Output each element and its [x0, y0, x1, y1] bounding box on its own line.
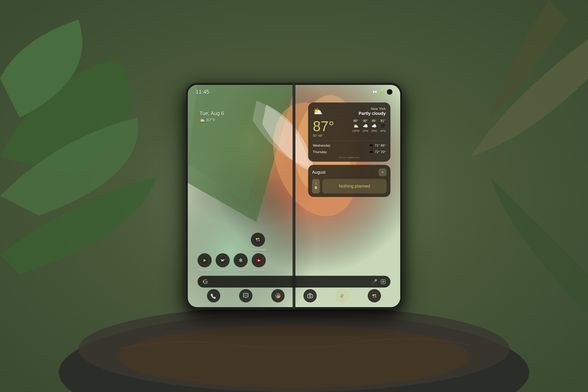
hourly-icon-1: ☁️ [363, 124, 368, 128]
hourly-icon-3: ⛈ [381, 124, 385, 128]
hourly-temp-0: 88° [354, 119, 358, 123]
app-photos[interactable]: Photos [234, 253, 248, 272]
weather-widget[interactable]: ⛅ New York Partly cloudy 87° 90° 68° [308, 102, 390, 162]
calendar-month: August [312, 170, 326, 175]
app-youtube[interactable]: YouTube [252, 253, 266, 272]
youtube-icon[interactable] [252, 253, 266, 267]
weather-icon-large: ⛅ [313, 107, 322, 116]
hourly-icon-2: ☁️ [372, 124, 377, 128]
search-bar[interactable]: 🎤 [198, 276, 390, 288]
weather-divider [313, 141, 386, 141]
lens-search-icon[interactable] [381, 279, 386, 284]
svg-rect-31 [308, 294, 312, 298]
calendar-nothing-planned[interactable]: Nothing planned [322, 179, 386, 194]
weather-location-block: New York Partly cloudy [359, 107, 386, 116]
nothing-planned-text: Nothing planned [339, 184, 370, 189]
hourly-time-3: 3PM [380, 129, 386, 132]
weather-header: ⛅ New York Partly cloudy [313, 107, 386, 116]
daily-temps-0: 71° 66° [375, 144, 386, 148]
date-label: Tue, Aug 6 [200, 110, 224, 116]
svg-point-10 [256, 238, 258, 240]
play-store-label: Play Store [198, 268, 211, 272]
svg-point-27 [246, 295, 247, 296]
svg-point-11 [258, 238, 260, 239]
google-g-logo [202, 278, 208, 285]
hourly-time-0: 12PM [352, 129, 360, 132]
play-store-icon[interactable] [198, 253, 212, 267]
gmail-icon[interactable]: M [216, 253, 230, 267]
device-frame: 11:45 ▾▾ 🔋 Tue, Aug 6 ⛅ 87°F ⛅ New [186, 83, 402, 309]
daily-day-0: Wednesday [313, 144, 369, 148]
calendar-widget[interactable]: August + T 6 Nothing planned [308, 165, 390, 197]
dock-pixel-studio[interactable] [368, 289, 381, 302]
temp-value: 87°F [206, 118, 216, 123]
hourly-temp-2: 89° [372, 119, 376, 123]
weather-daily: Wednesday 🌧 71° 66° Thursday 🌧 72° 70° [313, 143, 386, 154]
daily-row-0: Wednesday 🌧 71° 66° [313, 143, 386, 148]
photos-label: Photos [236, 268, 246, 272]
device-hinge [293, 83, 295, 309]
hourly-icon-0: ⛅ [353, 124, 358, 128]
daily-temps-1: 72° 70° [375, 150, 386, 154]
weather-temp-big: 87° [313, 119, 334, 133]
pixel-studio-icon[interactable] [251, 233, 265, 247]
weather-temp-block: 87° 90° 68° [313, 119, 334, 138]
app-play-store[interactable]: Play Store [198, 253, 212, 272]
date-weather-widget: Tue, Aug 6 ⛅ 87°F [200, 110, 224, 123]
svg-point-12 [258, 240, 260, 241]
dock-camera[interactable] [304, 289, 317, 302]
dock-messages[interactable] [239, 289, 252, 302]
status-time: 11:45 [196, 89, 209, 95]
bottom-dock [198, 289, 390, 302]
dock-phone[interactable] [207, 289, 220, 302]
photos-icon[interactable] [234, 253, 248, 267]
svg-point-33 [372, 294, 374, 296]
weather-high-low: 90° 68° [313, 134, 334, 138]
svg-text:M: M [221, 259, 224, 262]
app-pixel-studio[interactable]: Pixel Studio [250, 233, 266, 251]
hourly-item-0: 88° ⛅ 12PM [352, 119, 360, 132]
pixel-studio-label: Pixel Studio [250, 248, 266, 251]
svg-point-34 [374, 294, 376, 296]
battery-icon: 🔋 [379, 90, 384, 94]
gmail-label: Gmail [219, 268, 226, 272]
svg-point-32 [309, 295, 311, 297]
day-badge-letter: T [315, 182, 317, 186]
status-icons: ▾▾ 🔋 [372, 89, 392, 95]
hourly-item-1: 90° ☁️ 1PM [362, 119, 368, 132]
calendar-add-button[interactable]: + [379, 168, 386, 176]
wifi-icon: ▾▾ [372, 90, 377, 94]
hourly-time-2: 2PM [371, 129, 377, 132]
calendar-content: T 6 Nothing planned [312, 179, 386, 194]
camera-dot [387, 89, 392, 95]
daily-icon-1: 🌧 [369, 150, 373, 154]
temp-label: ⛅ 87°F [200, 118, 224, 123]
weather-city: New York [359, 107, 386, 111]
voice-search-icon[interactable]: 🎤 [372, 279, 378, 284]
calendar-header: August + [312, 168, 386, 176]
svg-point-2 [118, 325, 470, 388]
svg-point-25 [244, 295, 245, 296]
apps-area: Pixel Studio [198, 233, 266, 272]
youtube-label: YouTube [253, 268, 264, 272]
app-gmail[interactable]: M Gmail [216, 253, 230, 272]
daily-icon-0: 🌧 [369, 143, 373, 148]
dock-photos[interactable] [336, 289, 349, 302]
svg-point-9 [255, 236, 261, 243]
dock-chrome[interactable] [271, 289, 284, 302]
weather-main: 87° 90° 68° 88° ⛅ 12PM 90° ☁️ [313, 119, 386, 138]
status-bar: 11:45 ▾▾ 🔋 [196, 89, 392, 95]
weather-hourly: 88° ⛅ 12PM 90° ☁️ 1PM 89° ☁️ 2PM [352, 119, 386, 132]
daily-row-1: Thursday 🌧 72° 70° [313, 150, 386, 154]
svg-point-26 [246, 295, 246, 296]
daily-day-1: Thursday [313, 150, 369, 154]
apps-row: Play Store M Gmail [198, 253, 266, 272]
calendar-day-badge: T 6 [312, 179, 320, 194]
hourly-temp-3: 81° [381, 119, 385, 123]
pixel-studio-row: Pixel Studio [198, 233, 266, 251]
day-badge-number: 6 [315, 186, 317, 190]
svg-point-35 [375, 296, 376, 298]
weather-condition: Partly cloudy [359, 111, 386, 116]
hourly-time-1: 1PM [362, 129, 368, 132]
hourly-item-2: 89° ☁️ 2PM [371, 119, 377, 132]
